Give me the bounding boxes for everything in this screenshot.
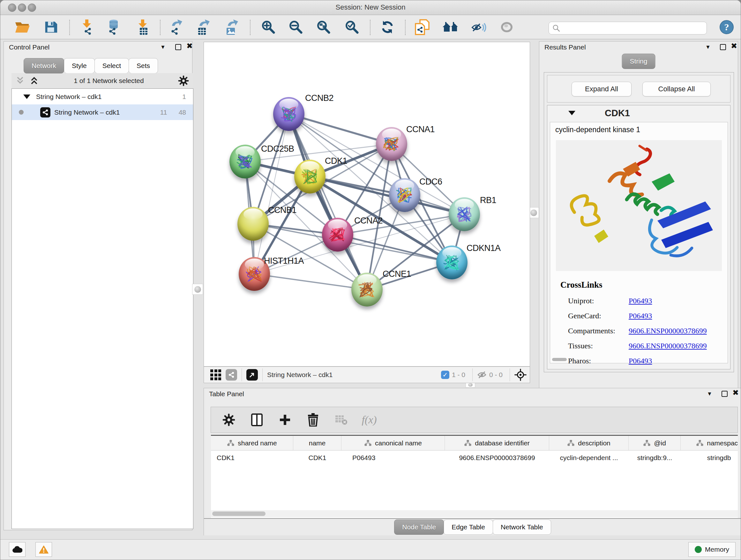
show-all-button[interactable] <box>442 18 460 37</box>
zoom-out-button[interactable] <box>286 18 305 37</box>
cloud-status-button[interactable] <box>9 542 25 557</box>
import-table-file-button[interactable] <box>133 18 152 37</box>
table-cell[interactable]: stringdb:9... <box>629 450 681 465</box>
network-node-rb1[interactable] <box>449 197 480 231</box>
crosslink-link[interactable]: P06493 <box>629 357 652 365</box>
warnings-button[interactable] <box>36 542 52 557</box>
network-edge[interactable] <box>254 114 289 274</box>
zoom-in-button[interactable] <box>259 18 278 37</box>
grid-view-icon[interactable] <box>210 369 221 380</box>
collapse-all-icon[interactable] <box>15 76 25 85</box>
table-cell[interactable]: stringdb <box>681 450 738 465</box>
string-results-container: Expand All Collapse All CDK1 cyclin-depe… <box>544 72 734 372</box>
column-header-canonical-name[interactable]: canonical name <box>341 436 445 450</box>
selected-checkbox-icon[interactable]: ✓ <box>441 371 449 379</box>
network-node-ccnb2[interactable] <box>273 97 305 131</box>
network-node-cdc25b[interactable] <box>229 145 261 179</box>
tab-sets[interactable]: Sets <box>129 58 158 73</box>
table-cell[interactable]: CDK1 <box>211 450 293 465</box>
table-hscrollbar-thumb[interactable] <box>212 511 266 516</box>
network-node-ccne1[interactable] <box>351 273 383 307</box>
table-options-gear-icon[interactable] <box>221 412 237 428</box>
column-header-database-identifier[interactable]: database identifier <box>445 436 549 450</box>
network-options-gear-icon[interactable] <box>178 75 189 86</box>
birds-eye-view-icon[interactable] <box>246 369 258 381</box>
fit-selected-crosshair-icon[interactable] <box>515 369 527 381</box>
hide-selected-button[interactable] <box>469 18 488 37</box>
network-node-cdc6[interactable] <box>389 178 420 212</box>
gene-section-header[interactable]: CDK1 <box>547 105 730 121</box>
zoom-fit-button[interactable] <box>314 18 333 37</box>
tab-node-table[interactable]: Node Table <box>394 519 444 535</box>
table-cell[interactable]: cyclin-dependent ... <box>549 450 629 465</box>
tab-network[interactable]: Network <box>23 58 64 73</box>
close-panel-icon[interactable]: ✖ <box>186 43 193 49</box>
table-cell[interactable]: CDK1 <box>293 450 341 465</box>
export-network-button[interactable] <box>166 18 185 37</box>
import-network-file-button[interactable] <box>77 18 96 37</box>
show-hidden-button[interactable] <box>497 18 516 37</box>
network-node-cdkn1a[interactable] <box>436 246 468 279</box>
create-column-plus-icon[interactable] <box>277 412 293 428</box>
tab-network-table[interactable]: Network Table <box>493 519 551 535</box>
hidden-eye-icon[interactable] <box>477 370 487 380</box>
crosslink-link[interactable]: P06493 <box>629 312 652 320</box>
tab-string[interactable]: String <box>622 54 656 69</box>
export-image-button[interactable] <box>222 18 241 37</box>
column-header-name[interactable]: name <box>293 436 341 450</box>
tab-select[interactable]: Select <box>94 58 129 73</box>
results-hscrollbar[interactable] <box>552 358 567 361</box>
close-panel-icon[interactable]: ✖ <box>731 43 737 49</box>
hierarchy-icon <box>464 439 472 447</box>
crosslink-link[interactable]: 9606.ENSP00000378699 <box>629 327 707 335</box>
column-header-@id[interactable]: @id <box>629 436 681 450</box>
table-hscrollbar[interactable] <box>211 510 738 517</box>
panel-menu-icon[interactable]: ▼ <box>160 44 165 51</box>
show-columns-icon[interactable] <box>249 412 265 428</box>
memory-button[interactable]: Memory <box>688 542 736 557</box>
network-collection-row[interactable]: String Network – cdk1 1 <box>12 89 193 105</box>
panel-menu-icon[interactable]: ▼ <box>705 44 711 51</box>
export-table-icon <box>195 19 211 36</box>
network-canvas[interactable]: CCNB2CCNA1CDC25BCDK1CDC6RB1CCNB1CCNA2CDK… <box>204 42 530 367</box>
expand-all-button[interactable]: Expand All <box>571 82 631 97</box>
clone-network-button[interactable] <box>413 18 431 37</box>
network-node-ccna2[interactable] <box>322 218 353 252</box>
left-splitter-handle[interactable] <box>192 284 203 295</box>
network-row-selected[interactable]: String Network – cdk1 11 48 <box>12 105 193 120</box>
export-table-button[interactable] <box>194 18 212 37</box>
float-panel-icon[interactable] <box>720 44 726 50</box>
crosslink-link[interactable]: P06493 <box>629 297 652 305</box>
network-view-type-icon[interactable] <box>226 369 237 381</box>
tab-style[interactable]: Style <box>64 58 95 73</box>
network-node-ccnb1[interactable] <box>238 207 269 241</box>
float-panel-icon[interactable] <box>722 391 728 397</box>
table-cell[interactable]: P06493 <box>341 450 445 465</box>
close-panel-icon[interactable]: ✖ <box>732 389 739 396</box>
save-session-button[interactable] <box>42 18 60 37</box>
column-header-shared-name[interactable]: shared name <box>211 436 293 450</box>
toolbar-search-field[interactable] <box>549 22 707 35</box>
refresh-view-button[interactable] <box>378 18 397 37</box>
network-node-cdk1[interactable] <box>294 160 326 193</box>
expand-all-icon[interactable] <box>29 76 40 85</box>
open-session-button[interactable] <box>13 18 32 37</box>
table-row[interactable]: CDK1CDK1P064939606.ENSP00000378699cyclin… <box>211 450 738 465</box>
import-network-database-button[interactable] <box>104 18 123 37</box>
section-expand-icon[interactable] <box>568 111 576 115</box>
search-input[interactable] <box>560 23 706 33</box>
float-panel-icon[interactable] <box>175 44 181 50</box>
panel-menu-icon[interactable]: ▼ <box>707 391 712 397</box>
delete-column-trash-icon[interactable] <box>306 412 321 428</box>
network-node-ccna1[interactable] <box>376 127 407 161</box>
collapse-all-button[interactable]: Collapse All <box>643 82 711 97</box>
collection-expand-icon[interactable] <box>23 95 30 99</box>
crosslink-link[interactable]: 9606.ENSP00000378699 <box>629 341 707 350</box>
tab-edge-table[interactable]: Edge Table <box>444 519 493 535</box>
table-cell[interactable]: 9606.ENSP00000378699 <box>445 450 549 465</box>
zoom-selected-button[interactable] <box>343 18 361 37</box>
help-button[interactable]: ? <box>718 18 736 37</box>
network-edge[interactable] <box>254 274 367 290</box>
column-header-description[interactable]: description <box>549 436 629 450</box>
column-header-namespace[interactable]: namespace <box>681 436 738 450</box>
